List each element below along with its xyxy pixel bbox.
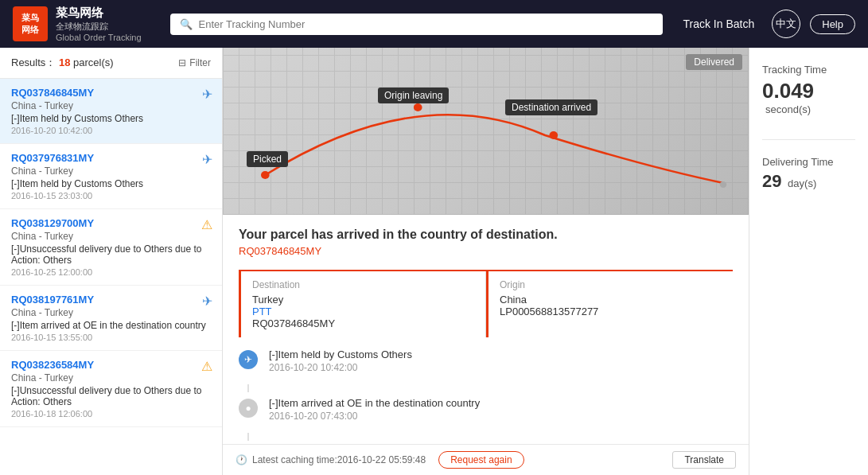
- parcel-route: China - Turkey: [11, 165, 211, 177]
- main: Results： 18 parcel(s) ⊟ Filter ✈ RQ03784…: [0, 48, 868, 475]
- tracking-time-value-wrap: 0.049 second(s): [762, 79, 855, 115]
- destination-info: Destination Turkey PTT RQ037846845MY: [239, 271, 486, 337]
- parcel-route: China - Turkey: [11, 231, 211, 242]
- origin-country: China: [500, 294, 722, 306]
- help-button[interactable]: Help: [810, 14, 855, 34]
- delivering-time-value: 29: [762, 171, 781, 191]
- filter-button[interactable]: ⊟ Filter: [178, 57, 211, 68]
- parcel-icon: ⚠: [201, 359, 212, 374]
- destination-tracking: RQ037846845MY: [252, 317, 474, 329]
- event-title: [-]Item held by Customs Others: [269, 348, 733, 360]
- plane-icon: ✈: [202, 153, 212, 166]
- origin-label: Origin: [500, 279, 722, 290]
- origin-tracking: LP000568813577277: [500, 306, 722, 317]
- sidebar: Results： 18 parcel(s) ⊟ Filter ✈ RQ03784…: [0, 48, 223, 475]
- cache-time: 2016-10-22 05:59:48: [337, 454, 426, 465]
- event-icon: ●: [239, 399, 258, 418]
- header-right: Track In Batch 中文 Help: [675, 10, 856, 38]
- parcel-status: [-]Item held by Customs Others: [11, 178, 211, 189]
- delivering-time-label: Delivering Time: [762, 156, 855, 168]
- parcel-status: [-]Item held by Customs Others: [11, 113, 211, 124]
- right-panel: Tracking Time 0.049 second(s) Delivering…: [749, 48, 868, 475]
- header: 菜鸟网络 菜鸟网络 全球物流跟踪 Global Order Tracking 🔍…: [0, 0, 868, 48]
- warning-icon: ⚠: [201, 218, 212, 232]
- event-text: [-]Item held by Customs Others 2016-10-2…: [269, 348, 733, 373]
- event-title: [-]Item arrived at OE in the destination…: [269, 397, 733, 409]
- plane-icon: ✈: [202, 88, 212, 101]
- destination-country: Turkey: [252, 294, 474, 306]
- event-separator: [247, 384, 249, 392]
- route-svg: [223, 48, 749, 215]
- event-icon: ✈: [239, 350, 258, 369]
- svg-point-3: [720, 181, 727, 188]
- delivered-badge: Delivered: [686, 54, 742, 70]
- tracking-time-unit: second(s): [765, 103, 811, 115]
- parcel-status: [-]Unsuccessful delivery due to Others d…: [11, 385, 211, 407]
- content: Delivered Picked Origin leaving Destinat…: [223, 48, 749, 475]
- plane-icon: ✈: [202, 294, 212, 308]
- tracking-time-value: 0.049: [762, 79, 814, 103]
- event-text: [-]Item arrived at OE in the destination…: [269, 397, 733, 422]
- warning-icon: ⚠: [201, 360, 212, 373]
- parcel-id: RQ038236584MY: [11, 359, 211, 371]
- event-item: ✈ [-]Item held by Customs Others 2016-10…: [239, 348, 733, 373]
- filter-label: Filter: [189, 57, 211, 68]
- parcel-time: 2016-10-20 10:42:00: [11, 126, 211, 135]
- results-count: 18: [59, 56, 70, 68]
- parcel-icon: ✈: [202, 294, 212, 309]
- svg-point-2: [549, 131, 558, 139]
- waypoint-picked: Picked: [247, 151, 288, 167]
- delivering-time-unit: day(s): [788, 177, 816, 189]
- parcel-icon: ✈: [202, 152, 212, 167]
- logo-area: 菜鸟网络 菜鸟网络 全球物流跟踪 Global Order Tracking: [13, 6, 142, 42]
- search-area: 🔍: [170, 14, 663, 35]
- parcel-status: [-]Item arrived at OE in the destination…: [11, 320, 211, 331]
- parcel-time: 2016-10-25 12:00:00: [11, 267, 211, 277]
- parcel-item[interactable]: ⚠ RQ038129700MY China - Turkey [-]Unsucc…: [0, 209, 222, 286]
- parcel-time: 2016-10-15 23:03:00: [11, 191, 211, 201]
- parcel-icon: ⚠: [201, 217, 212, 232]
- search-input[interactable]: [199, 18, 653, 30]
- sidebar-list: ✈ RQ037846845MY China - Turkey [-]Item h…: [0, 79, 222, 475]
- request-again-button[interactable]: Request again: [438, 451, 524, 469]
- origin-info: Origin China LP000568813577277: [486, 271, 733, 337]
- event-time: 2016-10-20 07:43:00: [269, 411, 733, 422]
- svg-point-1: [414, 103, 422, 111]
- destination-carrier-link[interactable]: PTT: [252, 306, 474, 317]
- language-button[interactable]: 中文: [772, 10, 800, 38]
- delivering-time-value-wrap: 29 day(s): [762, 171, 855, 192]
- parcel-item[interactable]: ✈ RQ037846845MY China - Turkey [-]Item h…: [0, 79, 222, 144]
- event-separator: [247, 433, 249, 441]
- parcel-id: RQ037976831MY: [11, 152, 211, 164]
- parcel-item[interactable]: ⚠ RQ038236584MY China - Turkey [-]Unsucc…: [0, 351, 222, 427]
- waypoint-origin: Origin leaving: [378, 88, 449, 103]
- svg-point-0: [261, 171, 270, 179]
- cache-prefix: Latest caching time:: [252, 454, 337, 465]
- parcel-time: 2016-10-18 12:06:00: [11, 409, 211, 419]
- map-area: Delivered Picked Origin leaving Destinat…: [223, 48, 749, 215]
- filter-icon: ⊟: [178, 57, 186, 68]
- event-item: ● [-]Item arrived at OE in the destinati…: [239, 397, 733, 422]
- parcel-route: China - Turkey: [11, 372, 211, 384]
- parcel-status: [-]Unsuccessful delivery due to Others d…: [11, 243, 211, 266]
- parcel-route: China - Turkey: [11, 100, 211, 111]
- track-batch-button[interactable]: Track In Batch: [675, 13, 763, 35]
- translate-button[interactable]: Translate: [672, 451, 736, 469]
- waypoint-destination: Destination arrived: [505, 99, 597, 115]
- logo-text: 菜鸟网络 全球物流跟踪 Global Order Tracking: [56, 6, 142, 42]
- detail-wrapper: Your parcel has arrived in the country o…: [223, 215, 749, 475]
- parcel-item[interactable]: ✈ RQ037976831MY China - Turkey [-]Item h…: [0, 144, 222, 209]
- logo-subtitle: Global Order Tracking: [56, 33, 142, 42]
- event-time: 2016-10-20 10:42:00: [269, 362, 733, 373]
- destination-label: Destination: [252, 279, 474, 290]
- logo-title: 菜鸟网络: [56, 6, 142, 21]
- arrived-parcel-id: RQ037846845MY: [239, 245, 733, 257]
- search-icon: 🔍: [180, 18, 193, 30]
- sidebar-header: Results： 18 parcel(s) ⊟ Filter: [0, 48, 222, 79]
- parcel-item[interactable]: ✈ RQ038197761MY China - Turkey [-]Item a…: [0, 286, 222, 351]
- tracking-events: ✈ [-]Item held by Customs Others 2016-10…: [239, 348, 733, 444]
- map-background: Delivered Picked Origin leaving Destinat…: [223, 48, 749, 215]
- parcel-id: RQ038129700MY: [11, 217, 211, 229]
- search-box: 🔍: [170, 14, 663, 35]
- parcel-route: China - Turkey: [11, 307, 211, 318]
